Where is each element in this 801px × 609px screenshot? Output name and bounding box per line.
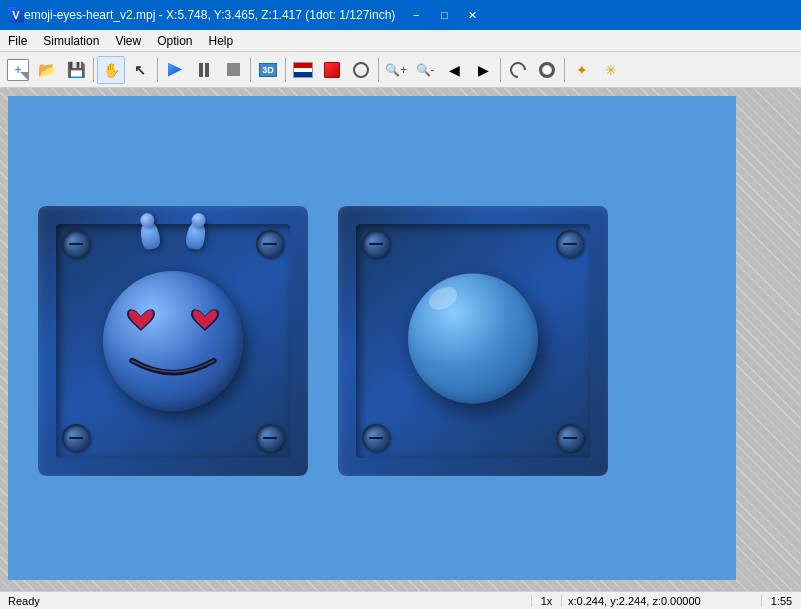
brightness-button[interactable]: ✦ — [568, 56, 596, 84]
face-sphere — [103, 271, 243, 411]
right-screw-tr — [556, 230, 584, 258]
menu-file[interactable]: File — [0, 30, 35, 51]
separator-1 — [93, 58, 94, 82]
minimize-button[interactable]: − — [403, 5, 429, 25]
separator-6 — [500, 58, 501, 82]
maximize-button[interactable]: □ — [431, 5, 457, 25]
emoji-block-right — [338, 206, 608, 476]
flag-button[interactable] — [289, 56, 317, 84]
separator-5 — [378, 58, 379, 82]
select-button[interactable]: ↖ — [126, 56, 154, 84]
right-screw-tl — [362, 230, 390, 258]
circle2-button[interactable] — [533, 56, 561, 84]
save-button[interactable]: 💾 — [62, 56, 90, 84]
zoom-in-button[interactable]: 🔍+ — [382, 56, 410, 84]
separator-2 — [157, 58, 158, 82]
menu-simulation[interactable]: Simulation — [35, 30, 107, 51]
play-button[interactable] — [161, 56, 189, 84]
stop-button[interactable] — [219, 56, 247, 84]
menu-help[interactable]: Help — [201, 30, 242, 51]
red-button[interactable] — [318, 56, 346, 84]
status-zoom: 1x — [531, 595, 561, 607]
eye-left — [125, 307, 157, 338]
emoji-face — [103, 271, 243, 411]
window-controls: − □ ✕ — [403, 5, 485, 25]
screw-br — [256, 424, 284, 452]
pause-button[interactable] — [190, 56, 218, 84]
render-canvas — [8, 96, 736, 580]
separator-7 — [564, 58, 565, 82]
status-coords: x:0.244, y:2.244, z:0.00000 — [561, 595, 761, 607]
circle-button[interactable] — [347, 56, 375, 84]
new-button[interactable]: + — [4, 56, 32, 84]
canvas-area — [0, 88, 801, 591]
pan-right-button[interactable]: ▶ — [469, 56, 497, 84]
zoom-out-button[interactable]: 🔍- — [411, 56, 439, 84]
right-screw-br — [556, 424, 584, 452]
screw-tr — [256, 230, 284, 258]
right-screw-bl — [362, 424, 390, 452]
menubar: File Simulation View Option Help — [0, 30, 801, 52]
menu-option[interactable]: Option — [149, 30, 200, 51]
ball-only — [408, 273, 538, 403]
separator-4 — [285, 58, 286, 82]
separator-3 — [250, 58, 251, 82]
statusbar: Ready 1x x:0.244, y:2.244, z:0.00000 1:5… — [0, 591, 801, 609]
title-text: emoji-eyes-heart_v2.mpj - X:5.748, Y:3.4… — [24, 8, 395, 22]
screw-bl — [62, 424, 90, 452]
status-time: 1:55 — [761, 595, 801, 607]
sun-button[interactable]: ✳ — [597, 56, 625, 84]
pan-left-button[interactable]: ◀ — [440, 56, 468, 84]
work-area[interactable] — [8, 96, 736, 580]
app-icon: V — [8, 7, 24, 23]
close-button[interactable]: ✕ — [459, 5, 485, 25]
mouth — [125, 357, 221, 383]
status-ready: Ready — [0, 595, 531, 607]
emoji-block-left — [38, 206, 308, 476]
eye-right — [189, 307, 221, 338]
3d-button[interactable]: 3D — [254, 56, 282, 84]
open-button[interactable]: 📂 — [33, 56, 61, 84]
titlebar: V emoji-eyes-heart_v2.mpj - X:5.748, Y:3… — [0, 0, 801, 30]
left-plaque — [38, 206, 308, 476]
menu-view[interactable]: View — [107, 30, 149, 51]
hand-button[interactable]: ✋ — [97, 56, 125, 84]
right-plaque — [338, 206, 608, 476]
toolbar: + 📂 💾 ✋ ↖ 3D 🔍+ 🔍- ◀ — [0, 52, 801, 88]
screw-tl — [62, 230, 90, 258]
rotate-button[interactable] — [504, 56, 532, 84]
